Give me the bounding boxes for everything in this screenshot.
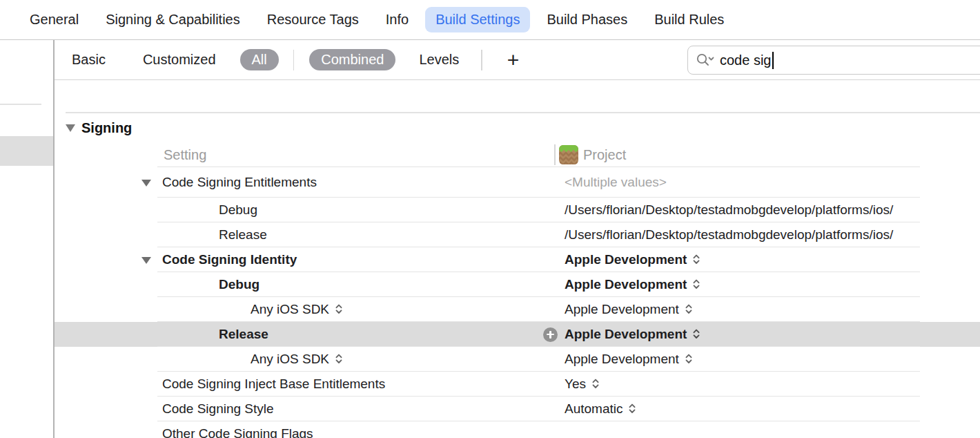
setting-label: Code Signing Style <box>162 397 274 421</box>
value-text: Apple Development <box>565 352 679 366</box>
disclosure-triangle-icon[interactable] <box>141 180 151 187</box>
setting-value-dropdown[interactable]: Yes <box>565 372 600 397</box>
setting-value-dropdown[interactable]: Apple Development <box>565 322 701 347</box>
filter-all[interactable]: All <box>240 49 279 70</box>
navigator-sidebar-strip <box>0 40 53 438</box>
value-text: Any iOS SDK <box>251 302 329 316</box>
table-row[interactable]: Other Code Signing Flags <box>55 421 980 438</box>
section-top-divider <box>66 112 980 113</box>
table-row[interactable]: Code Signing Inject Base Entitlements Ye… <box>55 372 980 397</box>
tab-general[interactable]: General <box>30 12 79 28</box>
setting-label: Code Signing Identity <box>162 247 297 272</box>
value-text: Automatic <box>565 401 623 416</box>
setting-value[interactable]: <Multiple values> <box>565 167 667 198</box>
value-text: Apple Development <box>565 252 687 267</box>
tab-build-settings[interactable]: Build Settings <box>425 7 530 32</box>
section-title: Signing <box>81 120 132 136</box>
column-header-setting[interactable]: Setting <box>164 142 206 167</box>
tab-info[interactable]: Info <box>386 12 409 28</box>
disclosure-triangle-icon[interactable] <box>141 257 151 264</box>
search-icon <box>696 53 714 68</box>
toolbar-divider <box>293 50 295 70</box>
table-row[interactable]: Any iOS SDK Apple Development <box>55 347 980 372</box>
build-settings-toolbar: Basic Customized All Combined Levels + c… <box>55 40 980 80</box>
table-row-selected[interactable]: Release Apple Development <box>55 322 980 347</box>
toolbar-divider <box>481 50 482 70</box>
table-row[interactable]: Debug Apple Development <box>55 272 980 297</box>
table-row[interactable]: Release /Users/florian/Desktop/testadmob… <box>55 222 980 247</box>
column-divider[interactable] <box>554 144 556 165</box>
sdk-label-dropdown[interactable]: Any iOS SDK <box>251 347 344 372</box>
search-input[interactable]: code sig <box>687 46 980 75</box>
section-header-signing[interactable]: Signing <box>66 120 132 136</box>
setting-label: Other Code Signing Flags <box>162 421 313 438</box>
stepper-chevrons-icon <box>627 403 637 415</box>
view-combined[interactable]: Combined <box>309 49 395 70</box>
setting-value[interactable]: /Users/florian/Desktop/testadmobgdevelop… <box>565 222 893 247</box>
tab-signing-capabilities[interactable]: Signing & Capabilities <box>106 12 240 28</box>
filter-basic[interactable]: Basic <box>72 52 106 68</box>
stepper-chevrons-icon <box>692 328 701 340</box>
column-header-project: Project <box>583 142 626 167</box>
tab-resource-tags[interactable]: Resource Tags <box>267 12 359 28</box>
table-header-row: Setting Project <box>55 142 980 167</box>
config-label: Release <box>219 222 267 247</box>
stepper-chevrons-icon <box>692 254 701 265</box>
stepper-chevrons-icon <box>334 303 344 315</box>
setting-value-dropdown[interactable]: Automatic <box>565 397 637 421</box>
value-text: Apple Development <box>565 327 687 341</box>
tab-build-phases[interactable]: Build Phases <box>547 12 627 28</box>
setting-value-dropdown[interactable]: Apple Development <box>565 297 694 322</box>
setting-value-dropdown[interactable]: Apple Development <box>565 247 701 272</box>
search-query-text: code sig <box>720 53 772 68</box>
config-label: Debug <box>219 198 257 222</box>
setting-value[interactable]: /Users/florian/Desktop/testadmobgdevelop… <box>565 198 893 222</box>
sidebar-selected-item[interactable] <box>0 136 53 166</box>
value-text: Apple Development <box>565 277 687 292</box>
table-row[interactable]: Debug /Users/florian/Desktop/testadmobgd… <box>55 198 980 222</box>
filter-customized[interactable]: Customized <box>143 52 216 68</box>
table-row[interactable]: Code Signing Identity Apple Development <box>55 247 980 272</box>
config-label: Debug <box>219 272 259 297</box>
add-value-button[interactable] <box>543 327 558 342</box>
editor-tab-bar: General Signing & Capabilities Resource … <box>0 0 980 40</box>
sdk-label-dropdown[interactable]: Any iOS SDK <box>251 297 344 322</box>
config-label: Release <box>219 322 268 347</box>
table-row[interactable]: Code Signing Style Automatic <box>55 397 980 421</box>
build-settings-table: Signing Setting Project Code Signing Ent… <box>55 80 980 438</box>
stepper-chevrons-icon <box>692 278 701 290</box>
setting-label: Code Signing Entitlements <box>162 167 317 198</box>
sidebar-divider <box>0 104 41 105</box>
setting-value-dropdown[interactable]: Apple Development <box>565 272 701 297</box>
stepper-chevrons-icon <box>684 303 694 315</box>
tab-build-rules[interactable]: Build Rules <box>654 12 724 28</box>
disclosure-triangle-icon[interactable] <box>66 124 75 132</box>
table-row[interactable]: Code Signing Entitlements <Multiple valu… <box>55 167 980 198</box>
setting-label: Code Signing Inject Base Entitlements <box>162 372 385 397</box>
text-caret <box>772 52 774 69</box>
value-text: Yes <box>565 377 586 391</box>
table-row[interactable]: Any iOS SDK Apple Development <box>55 297 980 322</box>
project-icon <box>559 145 578 164</box>
value-text: Any iOS SDK <box>251 352 329 366</box>
view-levels[interactable]: Levels <box>419 52 459 68</box>
table-body: Code Signing Entitlements <Multiple valu… <box>55 167 980 438</box>
value-text: Apple Development <box>565 302 679 316</box>
add-setting-button[interactable]: + <box>507 50 520 70</box>
setting-value-dropdown[interactable]: Apple Development <box>565 347 694 372</box>
stepper-chevrons-icon <box>591 378 600 390</box>
stepper-chevrons-icon <box>684 353 694 365</box>
stepper-chevrons-icon <box>334 353 344 365</box>
